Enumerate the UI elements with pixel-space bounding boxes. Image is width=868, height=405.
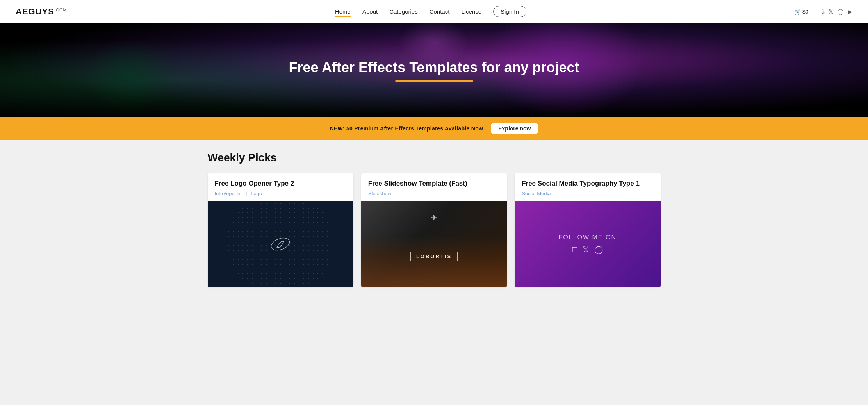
- follow-me-text: FOLLOW ME ON: [559, 234, 617, 241]
- brand-name: AEGUYS: [16, 7, 54, 16]
- twitter-icon[interactable]: 𝕏: [829, 8, 833, 15]
- nav-link-categories[interactable]: Categories: [389, 8, 418, 15]
- svg-point-0: [269, 236, 291, 252]
- card-tags-2: Slideshow: [368, 191, 500, 196]
- youtube-icon[interactable]: ▶: [848, 8, 852, 15]
- promo-banner: NEW: 50 Premium After Effects Templates …: [0, 117, 868, 140]
- card-title-1: Free Logo Opener Type 2: [215, 180, 346, 187]
- promo-text: NEW: 50 Premium After Effects Templates …: [330, 125, 483, 132]
- nav-divider: [815, 6, 815, 18]
- thumb-twitter-icon: 𝕏: [583, 245, 589, 254]
- nav-item-contact[interactable]: Contact: [430, 8, 450, 15]
- card-header-2: Free Slideshow Template (Fast) Slideshow: [361, 173, 507, 201]
- nav-item-about[interactable]: About: [362, 8, 378, 15]
- hero-section: Free After Effects Templates for any pro…: [0, 23, 868, 117]
- instagram-icon[interactable]: ◯: [837, 8, 844, 15]
- logo-icon: [267, 230, 294, 258]
- brand-logo[interactable]: AEGUYS.com: [16, 7, 67, 17]
- nav-link-license[interactable]: License: [461, 8, 481, 15]
- cards-grid: Free Logo Opener Type 2 Intro/opener | L…: [208, 173, 661, 287]
- card-tag-intro[interactable]: Intro/opener: [215, 191, 242, 196]
- hero-title: Free After Effects Templates for any pro…: [289, 59, 579, 76]
- nav-link-contact[interactable]: Contact: [430, 8, 450, 15]
- hero-underline: [395, 80, 473, 82]
- card-tag-social[interactable]: Social Media: [522, 191, 551, 196]
- facebook-icon[interactable]: û: [822, 8, 825, 15]
- card-thumbnail-3[interactable]: FOLLOW ME ON □ 𝕏 ◯: [515, 201, 660, 287]
- card-tag-logo[interactable]: Logo: [251, 191, 262, 196]
- card-title-3: Free Social Media Typography Type 1: [522, 180, 653, 187]
- signin-button[interactable]: Sign In: [493, 6, 526, 17]
- card-tags-3: Social Media: [522, 191, 653, 196]
- label-overlay: LOBORTIS: [361, 252, 507, 261]
- nav-menu: Home About Categories Contact License Si…: [335, 8, 526, 15]
- cart-amount: $0: [802, 9, 809, 15]
- thumb-instagram-icon: ◯: [594, 245, 603, 254]
- plane-icon: ✈: [430, 213, 437, 223]
- card-thumbnail-1[interactable]: [208, 201, 353, 287]
- cart-button[interactable]: 🛒 $0: [794, 9, 809, 15]
- brand-com: .com: [54, 7, 67, 12]
- nav-link-about[interactable]: About: [362, 8, 378, 15]
- nav-right: 🛒 $0 û 𝕏 ◯ ▶: [794, 6, 852, 18]
- explore-now-button[interactable]: Explore now: [491, 123, 538, 134]
- card-logo-opener[interactable]: Free Logo Opener Type 2 Intro/opener | L…: [208, 173, 353, 287]
- nav-item-home[interactable]: Home: [335, 8, 351, 15]
- card-title-2: Free Slideshow Template (Fast): [368, 180, 500, 187]
- navbar: AEGUYS.com Home About Categories Contact…: [0, 0, 868, 23]
- card-social-media[interactable]: Free Social Media Typography Type 1 Soci…: [515, 173, 660, 287]
- social-icons-row: □ 𝕏 ◯: [572, 245, 603, 254]
- building-bg: [361, 236, 507, 287]
- card-header-3: Free Social Media Typography Type 1 Soci…: [515, 173, 660, 201]
- nav-item-categories[interactable]: Categories: [389, 8, 418, 15]
- card-header-1: Free Logo Opener Type 2 Intro/opener | L…: [208, 173, 353, 201]
- lobortis-label: LOBORTIS: [410, 252, 458, 261]
- thumb-facebook-icon: □: [572, 245, 577, 254]
- card-tags-1: Intro/opener | Logo: [215, 191, 346, 196]
- main-content: Weekly Picks Free Logo Opener Type 2 Int…: [200, 140, 668, 299]
- card-thumbnail-2[interactable]: ✈ LOBORTIS: [361, 201, 507, 287]
- card-slideshow[interactable]: Free Slideshow Template (Fast) Slideshow…: [361, 173, 507, 287]
- nav-link-home[interactable]: Home: [335, 8, 351, 17]
- nav-item-license[interactable]: License: [461, 8, 481, 15]
- card-tag-sep-1: |: [246, 191, 247, 196]
- card-tag-slideshow[interactable]: Slideshow: [368, 191, 391, 196]
- cart-icon: 🛒: [794, 9, 801, 15]
- weekly-picks-title: Weekly Picks: [208, 152, 661, 164]
- nav-item-signin[interactable]: Sign In: [493, 8, 526, 15]
- logo-svg: [267, 230, 294, 258]
- nav-socials: û 𝕏 ◯ ▶: [822, 8, 852, 15]
